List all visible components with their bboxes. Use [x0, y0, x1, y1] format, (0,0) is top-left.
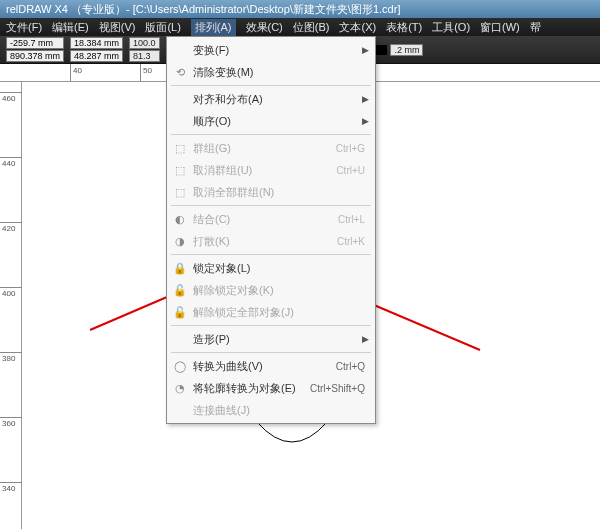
- menu-item-shortcut: Ctrl+Q: [336, 361, 369, 372]
- menu-item: 🔓解除锁定对象(K): [167, 279, 375, 301]
- menu-item-icon: ◐: [171, 213, 189, 226]
- size-group: 18.384 mm 48.287 mm: [70, 37, 123, 62]
- menu-item[interactable]: 顺序(O)▶: [167, 110, 375, 132]
- menu-item-label: 结合(C): [189, 212, 338, 227]
- ruler-v-tick: 440: [2, 159, 15, 168]
- arrange-menu: 变换(F)▶⟲清除变换(M)对齐和分布(A)▶顺序(O)▶⬚群组(G)Ctrl+…: [166, 36, 376, 424]
- menu-item-label: 清除变换(M): [189, 65, 369, 80]
- submenu-arrow-icon: ▶: [362, 94, 369, 104]
- submenu-arrow-icon: ▶: [362, 334, 369, 344]
- menu-text[interactable]: 文本(X): [339, 20, 376, 35]
- ruler-v-tick: 460: [2, 94, 15, 103]
- menu-help[interactable]: 帮: [530, 20, 541, 35]
- menu-item: ⬚取消群组(U)Ctrl+U: [167, 159, 375, 181]
- menu-item-icon: ⬚: [171, 164, 189, 177]
- menu-item-label: 取消群组(U): [189, 163, 336, 178]
- menu-effects[interactable]: 效果(C): [246, 20, 283, 35]
- menu-bar: 文件(F) 编辑(E) 视图(V) 版面(L) 排列(A) 效果(C) 位图(B…: [0, 18, 600, 36]
- menu-item[interactable]: ◯转换为曲线(V)Ctrl+Q: [167, 355, 375, 377]
- app-title: relDRAW X4 （专业版）- [C:\Users\Administrato…: [6, 2, 400, 17]
- ruler-v-tick: 380: [2, 354, 15, 363]
- menu-item-label: 取消全部群组(N): [189, 185, 369, 200]
- height-field[interactable]: 48.287 mm: [70, 50, 123, 62]
- menu-item-label: 锁定对象(L): [189, 261, 369, 276]
- menu-item-label: 造形(P): [189, 332, 362, 347]
- menu-item-icon: ⬚: [171, 142, 189, 155]
- menu-item-shortcut: Ctrl+U: [336, 165, 369, 176]
- menu-item-label: 解除锁定全部对象(J): [189, 305, 369, 320]
- menu-bitmap[interactable]: 位图(B): [293, 20, 330, 35]
- menu-item: ⬚群组(G)Ctrl+G: [167, 137, 375, 159]
- ruler-v-tick: 360: [2, 419, 15, 428]
- menu-item-label: 将轮廓转换为对象(E): [189, 381, 310, 396]
- menu-item[interactable]: 🔒锁定对象(L): [167, 257, 375, 279]
- pos-y-field[interactable]: 890.378 mm: [6, 50, 64, 62]
- scale-group: 100.0 81.3: [129, 37, 160, 62]
- pos-x-field[interactable]: -259.7 mm: [6, 37, 64, 49]
- menu-item: 🔓解除锁定全部对象(J): [167, 301, 375, 323]
- menu-item-shortcut: Ctrl+L: [338, 214, 369, 225]
- submenu-arrow-icon: ▶: [362, 45, 369, 55]
- ruler-h-tick: 40: [73, 66, 82, 75]
- menu-item-icon: 🔓: [171, 284, 189, 297]
- outline-width-field[interactable]: .2 mm: [390, 44, 423, 56]
- menu-item: ◐结合(C)Ctrl+L: [167, 208, 375, 230]
- menu-arrange[interactable]: 排列(A): [191, 19, 236, 36]
- menu-item-icon: 🔒: [171, 262, 189, 275]
- menu-tools[interactable]: 工具(O): [432, 20, 470, 35]
- menu-item-icon: ◯: [171, 360, 189, 373]
- position-group: -259.7 mm 890.378 mm: [6, 37, 64, 62]
- menu-item-label: 顺序(O): [189, 114, 362, 129]
- menu-item-icon: ⟲: [171, 66, 189, 79]
- ruler-v-tick: 340: [2, 484, 15, 493]
- menu-item-label: 打散(K): [189, 234, 337, 249]
- ruler-v-tick: 420: [2, 224, 15, 233]
- title-bar: relDRAW X4 （专业版）- [C:\Users\Administrato…: [0, 0, 600, 18]
- menu-item[interactable]: 对齐和分布(A)▶: [167, 88, 375, 110]
- ruler-v-tick: 400: [2, 289, 15, 298]
- menu-item-icon: ◑: [171, 235, 189, 248]
- menu-layout[interactable]: 版面(L): [145, 20, 180, 35]
- menu-item[interactable]: 变换(F)▶: [167, 39, 375, 61]
- menu-table[interactable]: 表格(T): [386, 20, 422, 35]
- menu-item-label: 对齐和分布(A): [189, 92, 362, 107]
- menu-item-icon: 🔓: [171, 306, 189, 319]
- submenu-arrow-icon: ▶: [362, 116, 369, 126]
- menu-view[interactable]: 视图(V): [99, 20, 136, 35]
- menu-item-shortcut: Ctrl+K: [337, 236, 369, 247]
- scale-y-field[interactable]: 81.3: [129, 50, 160, 62]
- ruler-h-tick: 50: [143, 66, 152, 75]
- menu-item: 连接曲线(J): [167, 399, 375, 421]
- menu-item[interactable]: ⟲清除变换(M): [167, 61, 375, 83]
- menu-item-label: 群组(G): [189, 141, 336, 156]
- menu-item: ⬚取消全部群组(N): [167, 181, 375, 203]
- scale-x-field[interactable]: 100.0: [129, 37, 160, 49]
- outline-width[interactable]: .2 mm: [373, 44, 423, 56]
- menu-window[interactable]: 窗口(W): [480, 20, 520, 35]
- menu-item-icon: ⬚: [171, 186, 189, 199]
- menu-item-shortcut: Ctrl+Shift+Q: [310, 383, 369, 394]
- menu-item: ◑打散(K)Ctrl+K: [167, 230, 375, 252]
- menu-item[interactable]: ◔将轮廓转换为对象(E)Ctrl+Shift+Q: [167, 377, 375, 399]
- menu-item[interactable]: 造形(P)▶: [167, 328, 375, 350]
- menu-file[interactable]: 文件(F): [6, 20, 42, 35]
- menu-item-label: 转换为曲线(V): [189, 359, 336, 374]
- menu-item-label: 解除锁定对象(K): [189, 283, 369, 298]
- menu-edit[interactable]: 编辑(E): [52, 20, 89, 35]
- menu-item-icon: ◔: [171, 382, 189, 395]
- ruler-vertical: 460 440 420 400 380 360 340: [0, 82, 22, 529]
- menu-item-label: 连接曲线(J): [189, 403, 369, 418]
- menu-item-label: 变换(F): [189, 43, 362, 58]
- menu-item-shortcut: Ctrl+G: [336, 143, 369, 154]
- width-field[interactable]: 18.384 mm: [70, 37, 123, 49]
